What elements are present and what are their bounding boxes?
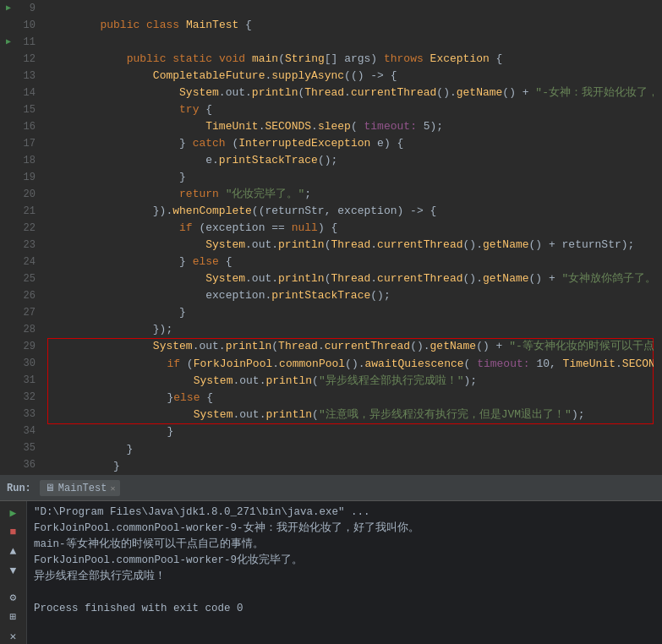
line-icon-25: [0, 270, 17, 287]
run-toolbar: ▶ ■ ▲ ▼ ⚙ ⊞ ✕: [0, 501, 27, 644]
line-icon-23: [0, 237, 17, 254]
run-settings-button[interactable]: ⚙: [4, 589, 23, 605]
run-tab-label: MainTest: [58, 483, 107, 494]
run-label: Run:: [7, 483, 31, 494]
ln-26: 26: [17, 287, 36, 304]
code-line-10: [47, 17, 654, 34]
line-icon-17: [0, 135, 17, 152]
code-line-19: return "化妆完毕了。";: [47, 169, 654, 186]
code-line-25: exception.printStackTrace();: [47, 270, 654, 287]
ln-35: 35: [17, 439, 36, 456]
code-line-12: CompletableFuture.supplyAsync(() -> {: [47, 51, 654, 68]
ln-13: 13: [17, 68, 36, 85]
ln-14: 14: [17, 85, 36, 101]
line-icon-19: [0, 169, 17, 186]
run-tab[interactable]: 🖥 MainTest ✕: [40, 480, 121, 496]
ln-29: 29: [17, 338, 36, 355]
ln-21: 21: [17, 203, 36, 220]
run-stop-button[interactable]: ■: [4, 524, 23, 540]
ln-16: 16: [17, 118, 36, 135]
line-icon-10: [0, 17, 17, 34]
code-line-30: System.out.println("异步线程全部执行完成啦！");: [48, 356, 653, 373]
code-container: ▶ ▶: [0, 0, 662, 475]
output-line-7: Process finished with exit code 0: [34, 601, 655, 617]
code-line-32: System.out.println("注意哦，异步线程没有执行完，但是JVM退…: [48, 390, 653, 407]
code-line-18: }: [47, 152, 654, 169]
editor-area: ▶ ▶: [0, 0, 662, 475]
ln-32: 32: [17, 389, 36, 406]
output-line-1: "D:\Program Files\Java\jdk1.8.0_271\bin\…: [34, 505, 655, 521]
line-icon-24: [0, 254, 17, 270]
run-tab-close[interactable]: ✕: [110, 483, 115, 494]
run-panel: Run: 🖥 MainTest ✕ ▶ ■ ▲ ▼ ⚙ ⊞ ✕ "D:\Prog…: [0, 475, 662, 644]
code-lines: public class MainTest { public static vo…: [41, 0, 654, 475]
line-icon-29: [0, 338, 17, 355]
ln-10: 10: [17, 17, 36, 34]
code-line-22: System.out.println(Thread.currentThread(…: [47, 220, 654, 237]
editor-scrollbar[interactable]: [654, 0, 662, 475]
run-header: Run: 🖥 MainTest ✕: [0, 476, 662, 501]
output-line-2: ForkJoinPool.commonPool-worker-9-女神：我开始化…: [34, 521, 655, 537]
code-line-36: }: [47, 458, 654, 475]
run-scroll-down-button[interactable]: ▼: [4, 563, 23, 579]
line-icon-9[interactable]: ▶: [0, 0, 17, 17]
line-icon-13: [0, 68, 17, 85]
line-icon-16: [0, 118, 17, 135]
run-play-button[interactable]: ▶: [4, 505, 23, 521]
line-icon-32: [0, 389, 17, 406]
line-icon-30: [0, 355, 17, 372]
ln-18: 18: [17, 152, 36, 169]
ln-15: 15: [17, 101, 36, 118]
line-numbers: 9 10 11 12 13 14 15 16 17 18 19 20 21 22…: [17, 0, 41, 475]
code-line-35: }: [47, 441, 654, 458]
ln-31: 31: [17, 372, 36, 389]
line-icon-20: [0, 186, 17, 203]
ln-22: 22: [17, 220, 36, 237]
ln-36: 36: [17, 456, 36, 473]
line-icons: ▶ ▶: [0, 0, 17, 475]
code-line-29: if (ForkJoinPool.commonPool().awaitQuies…: [48, 339, 653, 356]
line-icon-34: [0, 423, 17, 439]
ln-12: 12: [17, 51, 36, 68]
ln-25: 25: [17, 270, 36, 287]
code-line-9: public class MainTest {: [47, 0, 654, 17]
output-line-4: ForkJoinPool.commonPool-worker-9化妆完毕了。: [34, 553, 655, 569]
code-line-16: } catch (InterruptedException e) {: [47, 118, 654, 135]
code-line-15: TimeUnit.SECONDS.sleep( timeout: 5);: [47, 101, 654, 118]
ln-20: 20: [17, 186, 36, 203]
line-icon-27: [0, 304, 17, 321]
code-line-27: });: [47, 304, 654, 321]
ln-11: 11: [17, 34, 36, 51]
ln-23: 23: [17, 237, 36, 254]
code-line-33: }: [48, 407, 653, 423]
code-line-24: System.out.println(Thread.currentThread(…: [47, 254, 654, 270]
line-icon-12: [0, 51, 17, 68]
code-line-23: } else {: [47, 237, 654, 254]
line-icon-28: [0, 321, 17, 338]
line-icon-22: [0, 220, 17, 237]
line-icon-11[interactable]: ▶: [0, 34, 17, 51]
code-line-31: }else {: [48, 373, 653, 390]
code-line-17: e.printStackTrace();: [47, 135, 654, 152]
ln-9: 9: [17, 0, 36, 17]
code-line-21: if (exception == null) {: [47, 203, 654, 220]
code-line-11: public static void main(String[] args) t…: [47, 34, 654, 51]
line-icon-35: [0, 439, 17, 456]
ln-27: 27: [17, 304, 36, 321]
output-line-5: 异步线程全部执行完成啦！: [34, 569, 655, 585]
line-icon-15: [0, 101, 17, 118]
output-line-6: [34, 585, 655, 601]
code-line-20: }).whenComplete((returnStr, exception) -…: [47, 186, 654, 203]
ln-17: 17: [17, 135, 36, 152]
ln-34: 34: [17, 423, 36, 439]
run-scroll-up-button[interactable]: ▲: [4, 543, 23, 559]
ln-33: 33: [17, 406, 36, 423]
code-line-28: System.out.println(Thread.currentThread(…: [47, 321, 654, 338]
ln-28: 28: [17, 321, 36, 338]
run-close-panel-button[interactable]: ✕: [4, 628, 23, 644]
ln-30: 30: [17, 355, 36, 372]
ln-19: 19: [17, 169, 36, 186]
red-box-group: if (ForkJoinPool.commonPool().awaitQuies…: [47, 338, 654, 424]
run-layout-button[interactable]: ⊞: [4, 609, 23, 625]
run-tab-icon: 🖥: [45, 482, 55, 494]
